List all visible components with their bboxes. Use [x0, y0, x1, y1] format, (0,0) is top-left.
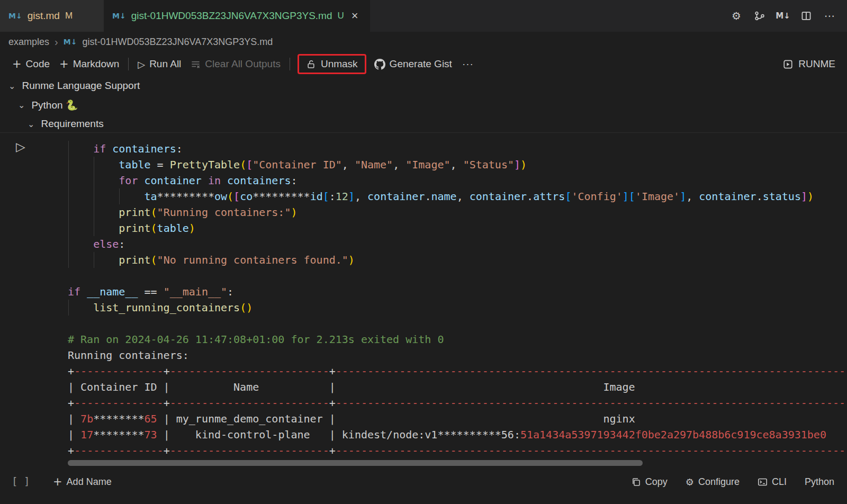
breadcrumb-folder[interactable]: examples [8, 37, 49, 48]
configure-label: Configure [698, 476, 740, 488]
section-label: Runme Language Support [22, 80, 140, 92]
markdown-file-icon: M↓ [112, 12, 126, 20]
add-code-label: Code [26, 58, 50, 70]
github-icon [374, 59, 385, 70]
add-markdown-label: Markdown [73, 58, 120, 70]
vscode-runme-window: { "colors": { "kw": "#C586C0", "var": "#… [0, 0, 847, 504]
copy-button[interactable]: Copy [631, 476, 668, 488]
tab-label: gist.md [28, 10, 60, 22]
notebook-toolbar: + Code + Markdown ▷ Run All Clear All Ou… [0, 52, 847, 76]
code-line[interactable]: ta*********ow([co*********id[:12], conta… [68, 188, 847, 204]
code-line[interactable]: print("No running containers found.") [68, 252, 847, 268]
breadcrumb-file[interactable]: gist-01HWD053BZ23JN6VA7X3NGP3YS.md [82, 37, 273, 48]
cli-button[interactable]: CLI [758, 476, 787, 488]
code-line[interactable]: print("Running containers:") [68, 204, 847, 220]
chevron-down-icon[interactable]: ⌄ [8, 81, 15, 91]
chevron-down-icon[interactable]: ⌄ [18, 100, 25, 110]
code-line[interactable]: +--------------+------------------------… [68, 443, 847, 458]
unlock-icon [306, 59, 316, 69]
plus-icon: + [12, 59, 22, 70]
indent-guide [68, 141, 69, 268]
section-label: Requirements [41, 118, 103, 130]
more-actions-icon[interactable]: ⋯ [821, 7, 839, 25]
code-line[interactable]: # Ran on 2024-04-26 11:47:08+01:00 for 2… [68, 331, 847, 347]
copy-icon [631, 477, 641, 487]
markdown-file-icon: M↓ [64, 38, 77, 46]
split-editor-icon[interactable] [797, 7, 815, 25]
markdown-preview-icon[interactable]: M↓ [774, 7, 792, 25]
horizontal-scrollbar[interactable] [68, 460, 643, 466]
git-modified-badge: M [65, 11, 73, 21]
unmask-highlight-annotation: Unmask [298, 54, 366, 74]
code-line[interactable]: +--------------+------------------------… [68, 395, 847, 411]
cli-icon [758, 477, 768, 487]
generate-gist-button[interactable]: Generate Gist [370, 56, 457, 72]
plus-icon: + [59, 59, 69, 70]
git-untracked-badge: U [337, 11, 344, 21]
cell-language-label[interactable]: Python [805, 476, 834, 488]
code-line[interactable]: if __name__ == "__main__": [68, 284, 847, 300]
chevron-down-icon[interactable]: ⌄ [28, 119, 34, 129]
section-requirements[interactable]: ⌄ Requirements [28, 114, 104, 133]
markdown-file-icon: M↓ [8, 12, 22, 20]
indent-guide [119, 188, 120, 204]
code-line[interactable]: for container in containers: [68, 173, 847, 188]
tab-gist-file[interactable]: M↓ gist-01HWD053BZ23JN6VA7X3NGP3YS.md U … [104, 0, 370, 32]
chevron-right-icon: › [55, 36, 58, 48]
run-all-label: Run All [149, 58, 181, 70]
configure-button[interactable]: ⚙ Configure [686, 476, 740, 488]
cell-status-bar: + Add Name Copy ⚙ Configure CLI [40, 468, 847, 496]
generate-gist-label: Generate Gist [390, 58, 452, 70]
cli-label: CLI [772, 476, 787, 488]
indent-guide [68, 300, 69, 316]
close-icon[interactable]: × [352, 9, 358, 23]
toolbar-separator [128, 58, 129, 70]
clear-all-icon [191, 59, 201, 69]
code-line[interactable]: +--------------+------------------------… [68, 363, 847, 379]
clear-all-label: Clear All Outputs [205, 58, 281, 70]
section-label: Python 🐍 [31, 99, 78, 111]
code-line[interactable] [68, 316, 847, 331]
gear-icon: ⚙ [686, 476, 694, 488]
code-line[interactable] [68, 268, 847, 284]
code-line[interactable]: | Container ID | Name | Image [68, 379, 847, 395]
code-line[interactable]: list_running_containers() [68, 300, 847, 316]
indent-guide [94, 252, 94, 268]
add-name-label: Add Name [67, 476, 112, 488]
run-all-icon: ▷ [138, 59, 145, 70]
unmask-button[interactable]: Unmask [321, 58, 358, 70]
cell-brackets-icon: [ ] [12, 475, 30, 487]
add-markdown-button[interactable]: + Markdown [55, 56, 124, 72]
add-name-button[interactable]: + Add Name [53, 476, 112, 488]
editor-actions: ⚙ M↓ ⋯ [727, 0, 847, 32]
tab-label: gist-01HWD053BZ23JN6VA7X3NGP3YS.md [131, 10, 332, 22]
indent-guide [94, 157, 94, 236]
tab-gist-md[interactable]: M↓ gist.md M [0, 0, 104, 32]
code-line[interactable]: else: [68, 236, 847, 252]
source-control-graph-icon[interactable] [751, 7, 769, 25]
code-line[interactable]: if containers: [68, 141, 847, 157]
code-editor[interactable]: if containers: table = PrettyTable(["Con… [0, 132, 847, 467]
toolbar-more-icon[interactable]: ··· [457, 58, 479, 70]
editor-tab-bar: M↓ gist.md M M↓ gist-01HWD053BZ23JN6VA7X… [0, 0, 847, 32]
toolbar-separator [290, 58, 290, 70]
runme-brand: RUNME [782, 58, 847, 70]
add-code-button[interactable]: + Code [7, 56, 55, 72]
section-runme-language-support[interactable]: ⌄ Runme Language Support [8, 76, 140, 95]
code-line[interactable]: | 7b********65 | my_runme_demo_container… [68, 411, 847, 427]
copy-label: Copy [645, 476, 668, 488]
runme-icon [782, 59, 794, 70]
code-line[interactable]: | 17********73 | kind-control-plane | ki… [68, 427, 847, 443]
code-line[interactable]: print(table) [68, 220, 847, 236]
runme-label: RUNME [798, 58, 835, 70]
code-line[interactable]: table = PrettyTable(["Container ID", "Na… [68, 157, 847, 173]
section-python[interactable]: ⌄ Python 🐍 [18, 95, 78, 114]
clear-all-outputs-button[interactable]: Clear All Outputs [186, 56, 285, 72]
code-line[interactable]: Running containers: [68, 347, 847, 363]
breadcrumb: examples › M↓ gist-01HWD053BZ23JN6VA7X3N… [0, 32, 847, 52]
run-all-button[interactable]: ▷ Run All [133, 56, 186, 72]
plus-icon: + [53, 476, 62, 488]
settings-gear-icon[interactable]: ⚙ [727, 7, 745, 25]
